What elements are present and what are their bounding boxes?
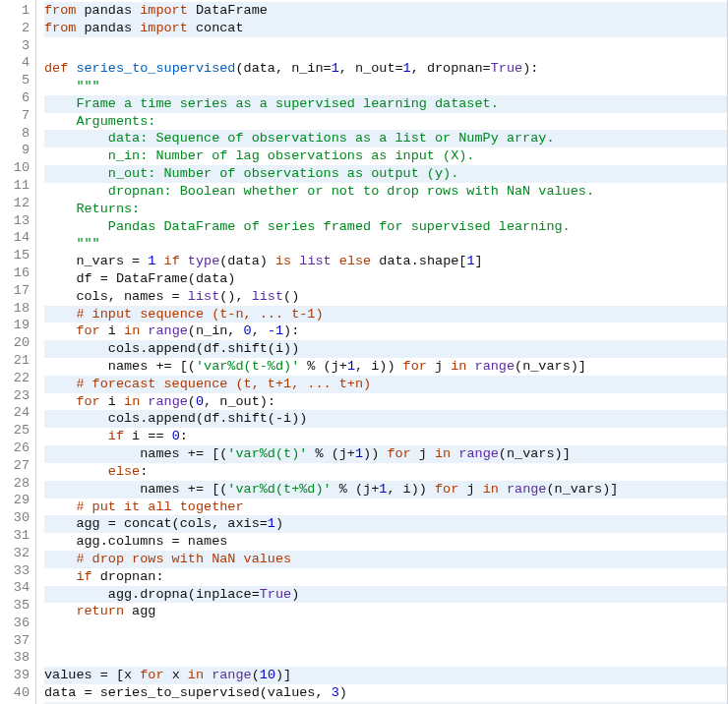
code-line: from pandas import DataFrame: [44, 2, 727, 20]
code-token: n_vars =: [44, 254, 148, 268]
code-token: 0: [196, 394, 204, 409]
code-token: (n_in,: [188, 323, 244, 338]
code-token: Returns:: [76, 202, 140, 216]
code-token: (),: [219, 289, 251, 304]
code-token: agg = concat(cols, axis=: [44, 516, 268, 531]
code-token: ]: [475, 254, 483, 268]
code-token: [44, 464, 108, 479]
code-token: ,: [252, 323, 268, 338]
code-token: # input sequence (t-n, ... t-1): [76, 307, 323, 322]
code-token: 1: [347, 359, 355, 374]
code-line: n_in: Number of lag observations as inpu…: [44, 147, 727, 165]
code-token: (n_vars)]: [515, 359, 586, 374]
code-token: (: [188, 394, 196, 409]
code-line: agg.columns = names: [44, 533, 727, 551]
code-token: [44, 323, 76, 338]
code-token: [44, 236, 76, 251]
code-token: agg.columns = names: [44, 534, 227, 549]
code-token: j: [458, 482, 482, 497]
line-number: 22: [0, 370, 30, 387]
line-number: 36: [0, 615, 30, 632]
code-token: names += [(: [44, 482, 227, 497]
code-token: i: [100, 394, 124, 409]
code-token: else: [339, 254, 371, 268]
code-token: # put it all together: [76, 499, 243, 514]
line-number: 13: [0, 212, 30, 230]
line-number: 27: [0, 457, 30, 475]
code-line: for i in range(0, n_out):: [44, 393, 727, 411]
code-token: for: [435, 482, 458, 497]
code-token: """: [76, 236, 99, 251]
code-line: if i == 0:: [44, 428, 727, 445]
code-token: for: [387, 446, 410, 461]
code-area: from pandas import DataFrame from pandas…: [36, 0, 727, 704]
code-line: from pandas import concat: [44, 20, 727, 37]
code-token: [44, 377, 76, 391]
code-line: if dropnan:: [44, 568, 727, 586]
code-token: 10: [260, 668, 275, 682]
code-token: 1: [355, 446, 363, 461]
code-token: % (j+: [299, 359, 347, 374]
code-token: def: [44, 61, 68, 76]
code-token: [44, 307, 76, 322]
code-line: names += [('var%d(t)' % (j+1)) for j in …: [44, 445, 727, 463]
code-token: ): [291, 587, 299, 602]
code-token: [499, 482, 507, 497]
code-token: concat: [188, 21, 244, 35]
code-token: import: [140, 21, 188, 35]
code-token: (: [252, 668, 260, 682]
code-token: ):: [522, 61, 538, 76]
code-token: :: [140, 464, 148, 479]
code-token: dropnan: Boolean whether or not to drop …: [108, 184, 594, 199]
code-token: (n_vars)]: [499, 446, 571, 461]
code-line: n_vars = 1 if type(data) is list else da…: [44, 253, 727, 270]
code-token: , i)): [355, 359, 403, 374]
line-number: 25: [0, 422, 30, 440]
code-token: ): [275, 516, 283, 531]
line-number: 14: [0, 229, 30, 247]
line-number: 5: [0, 72, 30, 89]
code-token: range: [148, 323, 188, 338]
code-token: Arguments:: [76, 114, 155, 129]
code-token: cols.append(df.shift(i)): [44, 341, 299, 356]
code-token: [44, 148, 108, 163]
code-token: cols.append(df.shift(-i)): [44, 411, 307, 426]
code-token: 1: [268, 516, 275, 531]
code-token: j: [411, 446, 435, 461]
line-number: 32: [0, 545, 30, 562]
code-token: [44, 552, 76, 566]
code-token: [44, 166, 108, 181]
code-line: def series_to_supervised(data, n_in=1, n…: [44, 60, 727, 78]
code-token: list: [299, 254, 331, 268]
code-token: in: [451, 359, 466, 374]
code-line: return agg: [44, 603, 727, 620]
code-line: Arguments:: [44, 113, 727, 131]
code-token: [44, 114, 76, 129]
code-token: range: [507, 482, 547, 497]
code-token: list: [252, 289, 283, 304]
code-line: names += [('var%d(t+%d)' % (j+1, i)) for…: [44, 481, 727, 499]
code-line: for i in range(n_in, 0, -1):: [44, 323, 727, 340]
code-token: if: [164, 254, 180, 268]
code-token: (data): [219, 254, 275, 268]
line-number: 21: [0, 352, 30, 370]
code-token: for: [140, 668, 163, 682]
code-token: Frame a time series as a supervised lear…: [76, 96, 498, 111]
code-token: [44, 219, 108, 234]
code-line: [44, 644, 727, 662]
code-token: values = [x: [44, 668, 140, 682]
line-number: 37: [0, 632, 30, 650]
code-token: cols, names =: [44, 289, 188, 304]
code-line: # put it all together: [44, 499, 727, 516]
line-number: 40: [0, 684, 30, 702]
code-line: df = DataFrame(data): [44, 270, 727, 288]
line-number: 35: [0, 597, 30, 615]
code-token: [44, 131, 108, 146]
code-token: if: [108, 429, 124, 443]
code-token: 1: [403, 61, 411, 76]
code-token: , n_out):: [204, 394, 275, 409]
code-token: dropnan:: [92, 569, 164, 584]
line-number: 12: [0, 195, 30, 212]
code-line: """: [44, 235, 727, 253]
code-token: )]: [275, 668, 291, 682]
